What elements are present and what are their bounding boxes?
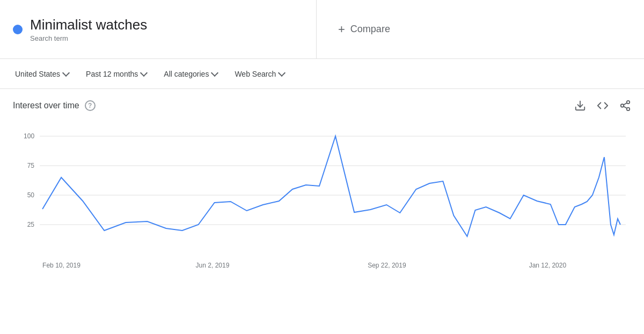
search-term-section: Minimalist watches Search term <box>0 0 317 58</box>
region-chevron-icon <box>62 69 70 77</box>
download-icon[interactable] <box>574 100 586 112</box>
region-filter-label: United States <box>15 70 60 78</box>
compare-plus-icon: + <box>338 23 345 36</box>
chart-title: Interest over time <box>13 101 79 110</box>
svg-text:50: 50 <box>27 191 35 199</box>
trend-chart: 100 75 50 25 Feb 10, 2019 Jun 2, 2019 Se… <box>13 120 631 281</box>
search-term-text: Minimalist watches Search term <box>30 17 147 42</box>
svg-text:75: 75 <box>27 162 35 169</box>
compare-section[interactable]: + Compare <box>317 12 412 47</box>
time-range-filter-label: Past 12 months <box>86 70 138 78</box>
time-range-filter-button[interactable]: Past 12 months <box>79 65 153 83</box>
svg-text:25: 25 <box>27 221 35 228</box>
search-type-filter-button[interactable]: Web Search <box>228 65 291 83</box>
svg-text:Sep 22, 2019: Sep 22, 2019 <box>368 262 406 269</box>
region-filter-button[interactable]: United States <box>9 65 75 83</box>
svg-text:Feb 10, 2019: Feb 10, 2019 <box>42 262 80 269</box>
filter-bar: United States Past 12 months All categor… <box>0 59 644 89</box>
trend-line <box>42 136 620 236</box>
chart-section: Interest over time ? <box>0 89 644 288</box>
share-icon[interactable] <box>619 100 631 112</box>
svg-text:Jun 2, 2019: Jun 2, 2019 <box>196 262 230 269</box>
search-term-title: Minimalist watches <box>30 17 147 33</box>
help-icon[interactable]: ? <box>85 100 96 111</box>
chart-title-group: Interest over time ? <box>13 100 96 111</box>
svg-text:Jan 12, 2020: Jan 12, 2020 <box>529 262 567 269</box>
time-range-chevron-icon <box>140 69 148 77</box>
trend-chart-container: 100 75 50 25 Feb 10, 2019 Jun 2, 2019 Se… <box>13 120 631 283</box>
search-term-subtitle: Search term <box>30 34 147 42</box>
header: Minimalist watches Search term + Compare <box>0 0 644 59</box>
compare-label: Compare <box>350 24 390 35</box>
search-term-dot <box>13 25 23 34</box>
search-type-filter-label: Web Search <box>235 70 276 78</box>
svg-line-4 <box>624 106 627 108</box>
category-filter-label: All categories <box>164 70 209 78</box>
chart-header: Interest over time ? <box>13 100 631 112</box>
chart-actions <box>574 100 631 112</box>
category-chevron-icon <box>211 69 218 77</box>
category-filter-button[interactable]: All categories <box>157 65 224 83</box>
svg-text:100: 100 <box>24 132 34 140</box>
svg-line-5 <box>624 103 627 105</box>
embed-icon[interactable] <box>597 100 609 112</box>
search-type-chevron-icon <box>278 69 286 77</box>
